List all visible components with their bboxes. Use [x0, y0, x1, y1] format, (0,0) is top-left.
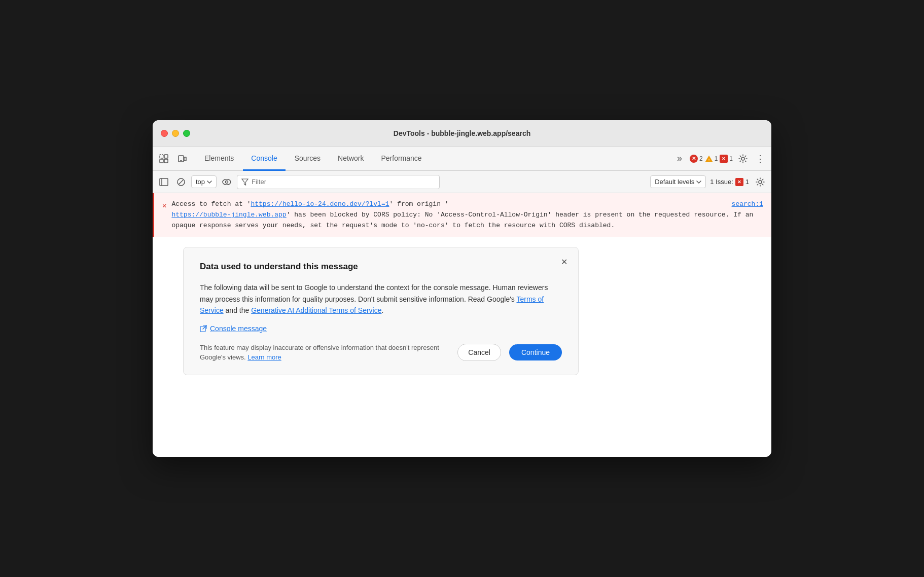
tab-performance[interactable]: Performance	[373, 147, 430, 171]
svg-marker-16	[242, 179, 248, 185]
tab-elements[interactable]: Elements	[196, 147, 242, 171]
tab-bar-left-icons	[157, 147, 195, 170]
ai-terms-link[interactable]: Generative AI Additional Terms of Servic…	[251, 306, 381, 314]
cancel-button[interactable]: Cancel	[457, 344, 501, 361]
error-icon: ✕	[690, 155, 698, 163]
continue-button[interactable]: Continue	[509, 344, 562, 360]
svg-rect-0	[160, 155, 163, 158]
more-options-icon[interactable]: ⋮	[753, 152, 767, 166]
tab-bar: Elements Console Sources Network Perform…	[153, 147, 771, 171]
error-entry: ✕ Access to fetch at 'https://hello-io-2…	[153, 193, 771, 237]
sidebar-toggle-button[interactable]	[157, 175, 171, 189]
warning-badge[interactable]: ! 1	[705, 155, 718, 162]
error-url1-link[interactable]: https://hello-io-24.deno.dev/?lvl=1	[251, 200, 389, 208]
eye-icon[interactable]	[220, 175, 234, 189]
rect-error-icon: ✕	[720, 155, 728, 163]
dialog-container: ✕ Data used to understand this message T…	[153, 237, 771, 385]
dialog-body-text: The following data will be sent to Googl…	[200, 283, 548, 303]
error-text-mid: ' from origin '	[389, 200, 449, 208]
level-dropdown-icon	[696, 181, 701, 184]
tab-network[interactable]: Network	[330, 147, 372, 171]
external-link-icon	[200, 325, 207, 332]
svg-rect-1	[164, 155, 168, 158]
filter-box	[237, 175, 440, 189]
svg-rect-3	[164, 159, 168, 163]
error-entry-icon: ✕	[162, 200, 166, 231]
settings-icon[interactable]	[736, 152, 750, 166]
console-content: ✕ Access to fetch at 'https://hello-io-2…	[153, 193, 771, 457]
rect-badge[interactable]: ✕ 1	[720, 155, 733, 163]
tab-sources[interactable]: Sources	[287, 147, 329, 171]
dialog-title: Data used to understand this message	[200, 262, 562, 272]
maximize-button[interactable]	[183, 130, 190, 137]
error-entry-text: Access to fetch at 'https://hello-io-24.…	[171, 199, 763, 231]
clear-console-button[interactable]	[174, 175, 188, 189]
tab-console[interactable]: Console	[243, 147, 285, 171]
error-badge-group: ✕ 2 ! 1 ✕ 1	[690, 155, 733, 163]
svg-point-15	[226, 181, 228, 183]
more-tabs-button[interactable]: »	[672, 152, 687, 166]
devtools-window: DevTools - bubble-jingle.web.app/search	[153, 120, 771, 457]
error-badge[interactable]: ✕ 2	[690, 155, 703, 163]
minimize-button[interactable]	[172, 130, 179, 137]
dialog-footer: This feature may display inaccurate or o…	[200, 343, 562, 363]
filter-icon	[241, 178, 248, 186]
svg-point-14	[223, 179, 231, 185]
dialog-footer-text: This feature may display inaccurate or o…	[200, 343, 449, 363]
svg-point-17	[759, 181, 762, 184]
close-button[interactable]	[161, 130, 168, 137]
error-url2-link[interactable]: https://bubble-jingle.web.app	[171, 211, 286, 219]
traffic-lights	[161, 130, 190, 137]
learn-more-link[interactable]: Learn more	[247, 353, 281, 361]
console-toolbar: top Default levels	[153, 171, 771, 193]
console-settings-icon[interactable]	[753, 175, 767, 189]
log-level-selector[interactable]: Default levels	[650, 175, 706, 188]
ai-dialog: ✕ Data used to understand this message T…	[183, 247, 579, 375]
filter-input[interactable]	[252, 178, 435, 186]
svg-rect-2	[160, 159, 163, 163]
dialog-and-text: and the	[224, 306, 252, 314]
context-selector[interactable]: top	[191, 175, 217, 188]
error-source-link[interactable]: search:1	[732, 199, 763, 210]
svg-point-9	[741, 157, 744, 160]
svg-line-13	[179, 180, 183, 184]
dropdown-arrow-icon	[207, 181, 212, 184]
dialog-period: .	[382, 306, 384, 314]
device-icon[interactable]	[175, 152, 189, 166]
console-message-link[interactable]: Console message	[200, 324, 562, 333]
title-bar: DevTools - bubble-jingle.web.app/search	[153, 120, 771, 147]
window-title: DevTools - bubble-jingle.web.app/search	[394, 129, 530, 137]
dialog-close-button[interactable]: ✕	[558, 256, 570, 268]
svg-text:!: !	[708, 157, 709, 162]
toolbar-right: Default levels 1 Issue: ✕ 1	[650, 175, 767, 189]
svg-rect-10	[160, 178, 168, 186]
error-text-start: Access to fetch at '	[171, 200, 251, 208]
svg-line-19	[203, 326, 206, 329]
issue-error-icon: ✕	[735, 178, 743, 186]
tab-bar-right: » ✕ 2 ! 1 ✕ 1	[672, 147, 767, 170]
inspect-icon[interactable]	[157, 152, 171, 166]
dialog-body: The following data will be sent to Googl…	[200, 282, 562, 316]
svg-rect-5	[184, 157, 186, 161]
warning-triangle-icon: !	[705, 155, 713, 162]
issue-badge[interactable]: 1 Issue: ✕ 1	[710, 178, 749, 186]
